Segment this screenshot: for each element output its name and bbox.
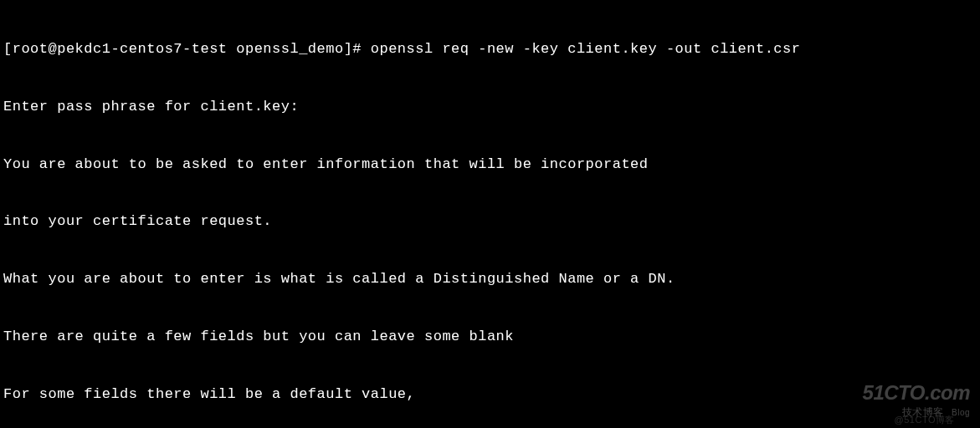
terminal-line: [root@pekdc1-centos7-test openssl_demo]#…	[3, 40, 977, 59]
terminal-line: What you are about to enter is what is c…	[3, 270, 977, 289]
watermark-logo: 51CTO.com	[863, 382, 970, 404]
terminal-line: You are about to be asked to enter infor…	[3, 155, 977, 175]
terminal-line: There are quite a few fields but you can…	[3, 328, 977, 347]
terminal-line: into your certificate request.	[3, 212, 977, 232]
terminal-line: Enter pass phrase for client.key:	[3, 98, 977, 117]
terminal-output[interactable]: [root@pekdc1-centos7-test openssl_demo]#…	[3, 2, 977, 428]
watermark-credit: @51CTO博客	[895, 414, 955, 426]
terminal-line: For some fields there will be a default …	[3, 385, 977, 405]
